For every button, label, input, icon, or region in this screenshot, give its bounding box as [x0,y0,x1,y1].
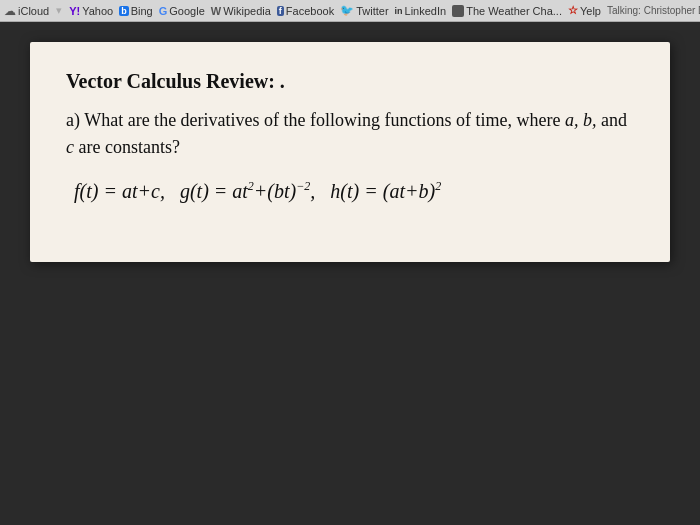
toolbar-yelp[interactable]: ☆ Yelp [568,4,601,17]
math-h: h(t) = (at+b)2 [330,175,441,207]
document-page: Vector Calculus Review: . a) What are th… [30,42,670,262]
browser-toolbar: ☁ iCloud ▾ Y! Yahoo b Bing G Google W Wi… [0,0,700,22]
bing-icon: b [119,6,129,16]
var-c: c [66,137,74,157]
facebook-icon: f [277,6,284,16]
toolbar-wikipedia[interactable]: W Wikipedia [211,5,271,17]
math-expressions: f(t) = at+c, g(t) = at2+(bt)−2, h(t) = (… [66,175,634,207]
part-label: a) [66,110,80,130]
math-g: g(t) = at2+(bt)−2, [180,175,315,207]
twitter-label: Twitter [356,5,388,17]
doc-part-a-text: a) What are the derivatives of the follo… [66,107,634,161]
weather-label: The Weather Cha... [466,5,562,17]
wikipedia-label: Wikipedia [223,5,271,17]
talking-indicator: Talking: Christopher Dust... [607,5,700,16]
part-a-end: are constants? [79,137,180,157]
linkedin-label: LinkedIn [405,5,447,17]
toolbar-twitter[interactable]: 🐦 Twitter [340,4,388,17]
icloud-label: iCloud [18,5,49,17]
weather-icon [452,5,464,17]
toolbar-icloud[interactable]: ☁ iCloud [4,4,49,18]
toolbar-linkedin[interactable]: in LinkedIn [395,5,447,17]
part-a-vars: a, b, [565,110,597,130]
document-title: Vector Calculus Review: . [66,70,634,93]
toolbar-yahoo[interactable]: Y! Yahoo [69,5,113,17]
toolbar-facebook[interactable]: f Facebook [277,5,334,17]
yelp-label: Yelp [580,5,601,17]
yahoo-label: Yahoo [82,5,113,17]
toolbar-bing[interactable]: b Bing [119,5,153,17]
yelp-icon: ☆ [568,4,578,17]
bing-label: Bing [131,5,153,17]
main-area: Vector Calculus Review: . a) What are th… [0,22,700,525]
facebook-label: Facebook [286,5,334,17]
yahoo-icon: Y! [69,5,80,17]
google-label: Google [169,5,204,17]
talking-text: Talking: Christopher Dust... [607,5,700,16]
icloud-icon: ☁ [4,4,16,18]
sep-1: ▾ [56,4,62,17]
google-icon: G [159,5,168,17]
twitter-icon: 🐦 [340,4,354,17]
toolbar-weather[interactable]: The Weather Cha... [452,5,562,17]
wikipedia-icon: W [211,5,221,17]
math-f: f(t) = at+c, [74,175,165,207]
part-a-intro: What are the derivatives of the followin… [84,110,560,130]
toolbar-google[interactable]: G Google [159,5,205,17]
linkedin-icon: in [395,6,403,16]
